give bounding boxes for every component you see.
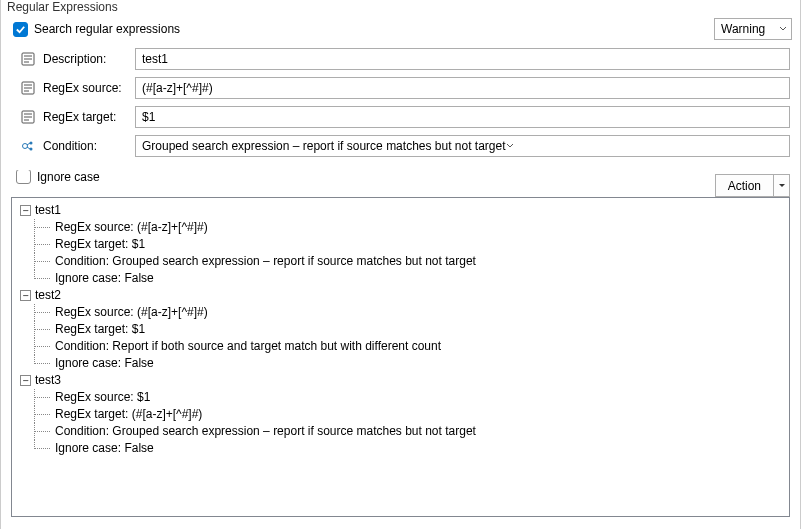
form-area: Description: RegEx source: RegEx target: xyxy=(1,44,800,157)
regex-source-icon xyxy=(19,81,37,95)
tree-leaf[interactable]: RegEx target: (#[a-z]+[^#]#) xyxy=(25,406,785,423)
description-icon xyxy=(19,52,37,66)
chevron-down-icon xyxy=(506,142,514,150)
tree-leaf[interactable]: RegEx source: (#[a-z]+[^#]#) xyxy=(25,219,785,236)
tree-leaf[interactable]: Ignore case: False xyxy=(25,355,785,372)
tree-toggle[interactable]: − xyxy=(20,290,31,301)
tree-node-label[interactable]: test3 xyxy=(35,372,61,389)
tree-leaf[interactable]: RegEx source: (#[a-z]+[^#]#) xyxy=(25,304,785,321)
description-label: Description: xyxy=(43,52,135,66)
description-row: Description: xyxy=(19,48,790,70)
tree-node: − test2 RegEx source: (#[a-z]+[^#]#) Reg… xyxy=(16,287,785,372)
tree-leaf[interactable]: RegEx target: $1 xyxy=(25,236,785,253)
condition-select[interactable]: Grouped search expression – report if so… xyxy=(135,135,790,157)
tree-toggle[interactable]: − xyxy=(20,375,31,386)
tree-node-label[interactable]: test2 xyxy=(35,287,61,304)
tree-node: − test3 RegEx source: $1 RegEx target: (… xyxy=(16,372,785,457)
tree-toggle[interactable]: − xyxy=(20,205,31,216)
action-button-group: Action xyxy=(715,174,790,197)
condition-label: Condition: xyxy=(43,139,135,153)
tree-leaf[interactable]: RegEx target: $1 xyxy=(25,321,785,338)
header-row: Search regular expressions Warning xyxy=(1,16,800,44)
severity-value: Warning xyxy=(721,22,765,36)
regex-panel: Regular Expressions Search regular expre… xyxy=(0,0,801,529)
action-dropdown-button[interactable] xyxy=(774,174,790,197)
tree-node-label[interactable]: test1 xyxy=(35,202,61,219)
condition-icon xyxy=(19,139,37,153)
search-checkbox[interactable] xyxy=(13,22,28,37)
caret-down-icon xyxy=(778,182,786,190)
ignore-case-row: Ignore case xyxy=(2,170,799,190)
tree-leaf[interactable]: Condition: Grouped search expression – r… xyxy=(25,253,785,270)
action-button[interactable]: Action xyxy=(715,174,774,197)
chevron-down-icon xyxy=(779,25,787,33)
regex-source-input[interactable] xyxy=(135,77,790,99)
regex-target-icon xyxy=(19,110,37,124)
rules-tree[interactable]: − test1 RegEx source: (#[a-z]+[^#]#) Reg… xyxy=(11,197,790,517)
tree-node: − test1 RegEx source: (#[a-z]+[^#]#) Reg… xyxy=(16,202,785,287)
svg-line-15 xyxy=(27,143,30,145)
condition-row: Condition: Grouped search expression – r… xyxy=(19,135,790,157)
regex-source-row: RegEx source: xyxy=(19,77,790,99)
tree-leaf[interactable]: RegEx source: $1 xyxy=(25,389,785,406)
condition-value: Grouped search expression – report if so… xyxy=(142,139,506,153)
svg-line-16 xyxy=(27,147,30,149)
ignore-case-label: Ignore case xyxy=(37,170,100,184)
description-input[interactable] xyxy=(135,48,790,70)
tree-leaf[interactable]: Ignore case: False xyxy=(25,440,785,457)
tree-leaf[interactable]: Condition: Report if both source and tar… xyxy=(25,338,785,355)
tree-leaf[interactable]: Ignore case: False xyxy=(25,270,785,287)
regex-target-label: RegEx target: xyxy=(43,110,135,124)
regex-target-row: RegEx target: xyxy=(19,106,790,128)
search-label: Search regular expressions xyxy=(34,22,180,36)
severity-select[interactable]: Warning xyxy=(714,18,792,40)
regex-target-input[interactable] xyxy=(135,106,790,128)
checkmark-icon xyxy=(15,24,26,35)
tree-leaf[interactable]: Condition: Grouped search expression – r… xyxy=(25,423,785,440)
svg-point-12 xyxy=(23,144,28,149)
panel-title: Regular Expressions xyxy=(1,0,800,16)
regex-source-label: RegEx source: xyxy=(43,81,135,95)
ignore-case-checkbox[interactable] xyxy=(16,170,31,184)
